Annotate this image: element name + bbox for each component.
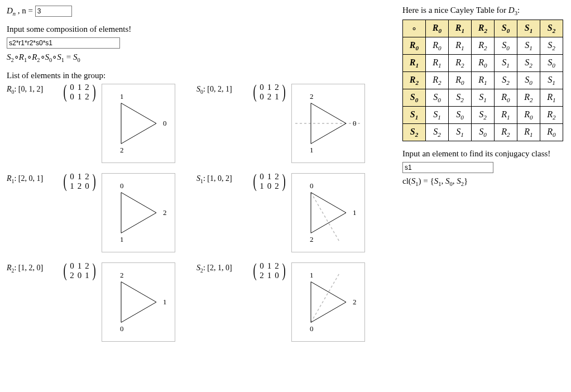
n-input[interactable] [35, 6, 72, 17]
cayley-cell: R1 [495, 107, 517, 124]
svg-line-22 [311, 274, 339, 323]
svg-text:2: 2 [310, 235, 314, 243]
permutation-matrix: (011220) [62, 172, 97, 191]
triangle-diagram: 012 [102, 174, 175, 252]
element-label: S2: [2, 1, 0] [196, 262, 249, 274]
cayley-cell: S0 [540, 55, 563, 72]
element-label: R0: [0, 1, 2] [7, 84, 60, 95]
cayley-col-header: R1 [449, 20, 472, 37]
cayley-cell: R1 [449, 37, 472, 55]
cayley-corner: ∘ [403, 20, 426, 37]
permutation-matrix: (001221) [252, 83, 287, 102]
cayley-cell: S2 [449, 89, 472, 107]
cayley-cell: R0 [472, 55, 495, 72]
element-R1: R1: [2, 0, 1](011220)012 [7, 173, 196, 257]
n-row: Dn , n = [7, 6, 397, 17]
svg-text:0: 0 [353, 119, 357, 127]
cayley-row-header: S0 [403, 89, 426, 107]
cayley-heading: Here is a nice Cayley Table for D3: [402, 6, 564, 16]
svg-text:1: 1 [353, 208, 357, 217]
cayley-cell: R1 [517, 124, 540, 141]
svg-text:1: 1 [310, 271, 314, 279]
svg-text:0: 0 [120, 324, 124, 333]
svg-text:1: 1 [120, 92, 124, 101]
triangle-box: 102 [291, 262, 365, 342]
triangle-diagram: 120 [102, 84, 175, 162]
cayley-cell: S1 [540, 72, 563, 89]
triangle-box: 201 [102, 262, 175, 342]
permutation-matrix: (011022) [252, 172, 287, 191]
conjugacy-prompt: Input an element to find its conjugacy c… [402, 149, 564, 159]
cayley-cell: S2 [540, 37, 563, 55]
cayley-table: ∘R0R1R2S0S1S2R0R0R1R2S0S1S2R1R1R2R0S1S2S… [402, 20, 563, 141]
element-label: R1: [2, 0, 1] [7, 173, 60, 184]
svg-marker-9 [121, 193, 156, 233]
cayley-cell: S2 [495, 72, 517, 89]
cayley-cell: S0 [449, 107, 472, 124]
cayley-cell: S2 [517, 55, 540, 72]
composition-input[interactable] [7, 37, 120, 49]
triangle-diagram: 210 [292, 84, 364, 162]
cayley-cell: S0 [517, 72, 540, 89]
triangle-box: 012 [102, 173, 175, 252]
cayley-cell: R0 [495, 89, 517, 107]
svg-line-13 [311, 193, 339, 241]
triangle-diagram: 201 [102, 263, 175, 341]
cayley-cell: S0 [472, 124, 495, 141]
composition-result: S2∘R1∘R2∘S0∘S1 = S0 [7, 52, 397, 63]
cayley-cell: S1 [472, 89, 495, 107]
svg-text:1: 1 [120, 235, 124, 243]
cayley-cell: R0 [517, 107, 540, 124]
cayley-cell: R2 [495, 124, 517, 141]
cayley-cell: R1 [426, 55, 449, 72]
permutation-matrix: (021021) [62, 261, 97, 280]
Dn-label: D [7, 6, 13, 15]
cayley-cell: R0 [426, 37, 449, 55]
svg-text:2: 2 [120, 146, 124, 154]
cayley-cell: R0 [540, 124, 563, 141]
elements-grid: R0: [0, 1, 2](001122)120S0: [0, 2, 1](00… [7, 84, 397, 346]
cayley-col-header: S2 [540, 20, 563, 37]
cayley-col-header: R2 [472, 20, 495, 37]
svg-text:0: 0 [310, 181, 314, 190]
cayley-cell: R2 [426, 72, 449, 89]
cayley-cell: S0 [495, 37, 517, 55]
svg-text:1: 1 [310, 146, 314, 154]
conjugacy-result: cl(S1) = {S1, S0, S2} [402, 176, 564, 187]
cayley-cell: R2 [517, 89, 540, 107]
triangle-diagram: 102 [292, 263, 364, 341]
cayley-cell: R1 [472, 72, 495, 89]
cayley-row-header: S1 [403, 107, 426, 124]
cayley-col-header: R0 [426, 20, 449, 37]
element-label: R2: [1, 2, 0] [7, 262, 60, 274]
element-label: S0: [0, 2, 1] [196, 84, 249, 95]
element-label: S1: [1, 0, 2] [196, 173, 249, 184]
element-S0: S0: [0, 2, 1](001221)210 [196, 84, 386, 168]
svg-text:1: 1 [163, 298, 167, 306]
cayley-row-header: R0 [403, 37, 426, 55]
svg-text:2: 2 [353, 298, 357, 306]
cayley-cell: R2 [449, 55, 472, 72]
triangle-box: 120 [102, 84, 175, 163]
cayley-cell: S1 [426, 107, 449, 124]
composition-prompt: Input some composition of elements! [7, 25, 397, 34]
conjugacy-input[interactable] [402, 162, 493, 173]
svg-text:0: 0 [310, 324, 314, 333]
cayley-col-header: S1 [517, 20, 540, 37]
cayley-cell: S1 [495, 55, 517, 72]
cayley-row-header: R2 [403, 72, 426, 89]
svg-text:0: 0 [120, 181, 124, 190]
elements-list-label: List of elements in the group: [7, 71, 397, 80]
cayley-cell: S1 [449, 124, 472, 141]
svg-marker-0 [121, 103, 156, 144]
cayley-col-header: S0 [495, 20, 517, 37]
cayley-cell: S2 [472, 107, 495, 124]
triangle-box: 210 [291, 84, 365, 163]
svg-marker-18 [121, 282, 156, 323]
cayley-cell: R0 [449, 72, 472, 89]
permutation-matrix: (021120) [252, 261, 287, 280]
svg-text:2: 2 [310, 92, 314, 101]
cayley-cell: S1 [517, 37, 540, 55]
element-R0: R0: [0, 1, 2](001122)120 [7, 84, 196, 168]
cayley-row-header: S2 [403, 124, 426, 141]
